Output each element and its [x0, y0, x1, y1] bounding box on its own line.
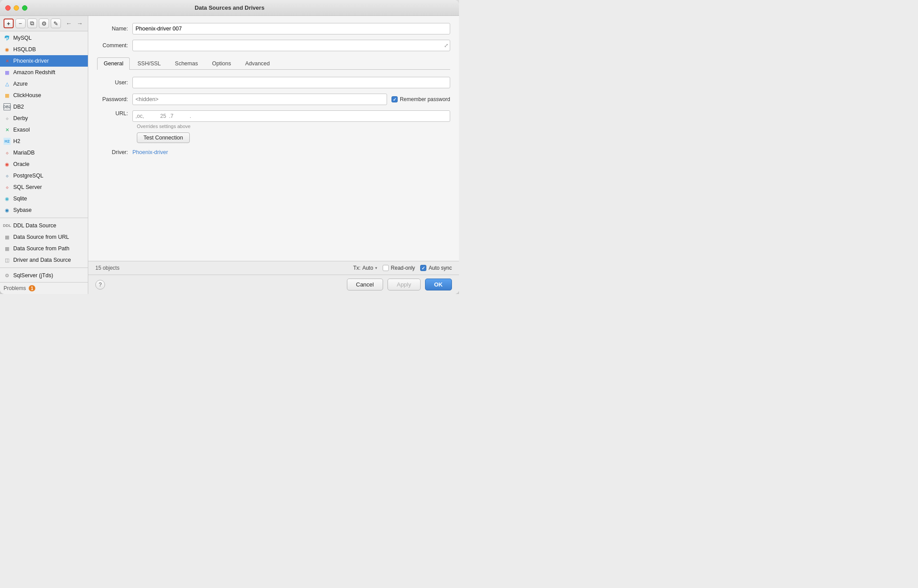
readonly-row: Read-only — [383, 265, 415, 271]
sidebar-item-exasol[interactable]: ✕ Exasol — [0, 124, 88, 136]
sidebar-item-data-source-url[interactable]: ▦ Data Source from URL — [0, 231, 88, 243]
objects-count: 15 objects — [95, 265, 120, 271]
sidebar-item-hsqldb[interactable]: ◉ HSQLDB — [0, 44, 88, 55]
sidebar-item-sqlserver-jtds[interactable]: ⚙ SqlServer (jTds) — [0, 270, 88, 281]
sidebar-item-label: Derby — [13, 115, 28, 121]
name-input[interactable] — [132, 23, 450, 34]
sidebar-item-label: Sqlite — [13, 196, 27, 202]
tab-advanced[interactable]: Advanced — [239, 57, 277, 69]
bottom-right: Tx: Auto ▾ Read-only Auto sync — [353, 265, 452, 271]
derby-icon: ⟐ — [4, 115, 11, 122]
sidebar-item-label: Driver and Data Source — [13, 257, 71, 263]
tx-value: Auto — [362, 265, 373, 271]
add-datasource-button[interactable]: + — [4, 19, 14, 28]
window-title: Data Sources and Drivers — [195, 4, 264, 11]
tabs-row: General SSH/SSL Schemas Options Advanced — [97, 57, 450, 70]
maximize-button[interactable] — [22, 5, 27, 11]
azure-icon: △ — [4, 80, 11, 87]
minimize-button[interactable] — [14, 5, 19, 11]
footer: ? Cancel Apply OK — [88, 275, 459, 294]
remember-password-row: Remember password — [391, 96, 450, 102]
name-row: Name: — [97, 23, 450, 34]
sidebar-item-oracle[interactable]: ◉ Oracle — [0, 158, 88, 170]
settings-button[interactable]: ⚙ — [39, 19, 49, 28]
close-button[interactable] — [5, 5, 11, 11]
sidebar-item-sqlserver[interactable]: ⟐ SQL Server — [0, 181, 88, 193]
driver-label: Driver: — [97, 149, 132, 155]
sidebar-item-derby[interactable]: ⟐ Derby — [0, 113, 88, 124]
h2-icon: H2 — [4, 138, 11, 145]
sidebar-item-clickhouse[interactable]: ▦ ClickHouse — [0, 90, 88, 101]
forward-button[interactable]: → — [75, 19, 84, 28]
sidebar-item-label: MariaDB — [13, 150, 35, 156]
remove-datasource-button[interactable]: − — [15, 19, 26, 28]
sidebar: + − ⧉ ⚙ ✎ ← → 🐬 MySQL ◉ HSQLDB — [0, 16, 88, 294]
sidebar-item-label: Sybase — [13, 207, 32, 213]
oracle-icon: ◉ — [4, 161, 11, 168]
sybase-icon: ◉ — [4, 207, 11, 214]
sidebar-item-data-source-path[interactable]: ▦ Data Source from Path — [0, 243, 88, 254]
problems-label: Problems — [4, 285, 26, 291]
readonly-label: Read-only — [391, 265, 415, 271]
user-input[interactable] — [132, 77, 450, 88]
sidebar-item-label: ClickHouse — [13, 92, 41, 98]
sidebar-item-azure[interactable]: △ Azure — [0, 78, 88, 90]
bottom-bar: 15 objects Tx: Auto ▾ Read-only Auto syn… — [88, 261, 459, 275]
driver-datasource-icon: ◫ — [4, 256, 11, 264]
sidebar-item-db2[interactable]: DB2 DB2 — [0, 101, 88, 113]
sidebar-item-label: Oracle — [13, 161, 30, 167]
sidebar-item-postgresql[interactable]: ⟐ PostgreSQL — [0, 170, 88, 181]
clickhouse-icon: ▦ — [4, 92, 11, 99]
sidebar-item-driver-and-datasource[interactable]: ◫ Driver and Data Source — [0, 254, 88, 266]
sidebar-item-label: DB2 — [13, 104, 24, 110]
readonly-checkbox[interactable] — [383, 265, 389, 271]
tab-options[interactable]: Options — [205, 57, 237, 69]
sqlserver-jtds-icon: ⚙ — [4, 272, 11, 279]
tab-schemas[interactable]: Schemas — [168, 57, 204, 69]
sidebar-item-label: Azure — [13, 81, 28, 87]
driver-row: Driver: Phoenix-driver — [97, 149, 450, 155]
sidebar-item-label: MySQL — [13, 35, 32, 41]
autosync-checkbox[interactable] — [420, 265, 426, 271]
back-button[interactable]: ← — [64, 19, 74, 28]
postgresql-icon: ⟐ — [4, 172, 11, 179]
tab-general[interactable]: General — [97, 57, 130, 70]
password-row: Password: Remember password — [97, 94, 450, 105]
sidebar-item-ddl-data-source[interactable]: DDL DDL Data Source — [0, 220, 88, 231]
sidebar-item-label: H2 — [13, 138, 20, 144]
sidebar-item-phoenix-driver[interactable]: ✕ Phoenix-driver — [0, 55, 88, 67]
sidebar-item-h2[interactable]: H2 H2 — [0, 136, 88, 147]
edit-button[interactable]: ✎ — [51, 19, 61, 28]
comment-input[interactable] — [132, 40, 450, 51]
sidebar-item-label: Phoenix-driver — [13, 58, 49, 64]
hsqldb-icon: ◉ — [4, 46, 11, 53]
remember-password-checkbox[interactable] — [391, 96, 398, 102]
ok-button[interactable]: OK — [425, 279, 452, 290]
sidebar-item-mariadb[interactable]: ⟐ MariaDB — [0, 147, 88, 158]
sidebar-item-amazon-redshift[interactable]: ▦ Amazon Redshift — [0, 67, 88, 78]
sqlserver-icon: ⟐ — [4, 184, 11, 191]
sidebar-item-sybase[interactable]: ◉ Sybase — [0, 204, 88, 216]
sidebar-item-label: Exasol — [13, 127, 30, 133]
sidebar-item-label: PostgreSQL — [13, 173, 43, 179]
mysql-icon: 🐬 — [4, 34, 11, 41]
driver-link[interactable]: Phoenix-driver — [132, 149, 168, 155]
help-button[interactable]: ? — [95, 280, 105, 290]
main-window: Data Sources and Drivers + − ⧉ ⚙ ✎ ← → 🐬 — [0, 0, 459, 294]
sqlite-icon: ◉ — [4, 195, 11, 202]
expand-comment-icon[interactable]: ⤢ — [444, 42, 448, 49]
apply-button[interactable]: Apply — [388, 279, 421, 290]
tab-sshssl[interactable]: SSH/SSL — [131, 57, 167, 69]
sidebar-item-mysql[interactable]: 🐬 MySQL — [0, 32, 88, 44]
url-input[interactable] — [132, 110, 450, 122]
copy-datasource-button[interactable]: ⧉ — [27, 19, 38, 28]
test-connection-button[interactable]: Test Connection — [137, 132, 190, 143]
tx-select[interactable]: Tx: Auto ▾ — [353, 265, 377, 271]
sidebar-item-label: SQL Server — [13, 184, 42, 190]
cancel-button[interactable]: Cancel — [347, 279, 383, 290]
db2-icon: DB2 — [4, 103, 11, 110]
sidebar-item-sqlite[interactable]: ◉ Sqlite — [0, 193, 88, 204]
url-icon: ▦ — [4, 234, 11, 241]
password-input[interactable] — [132, 94, 387, 105]
sidebar-item-label: Amazon Redshift — [13, 69, 55, 75]
